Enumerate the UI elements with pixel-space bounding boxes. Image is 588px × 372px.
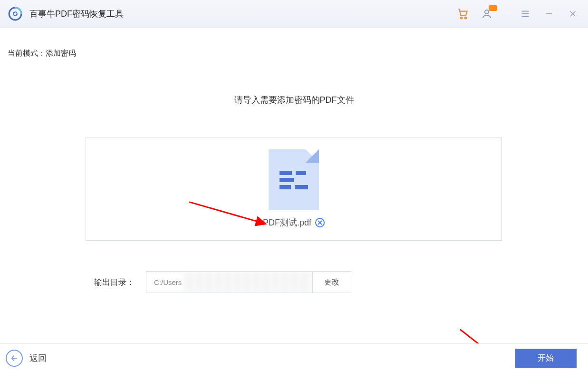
account-icon[interactable] [480, 7, 493, 20]
redacted-path-mask [183, 272, 312, 293]
mode-label: 当前模式： [8, 49, 46, 57]
minimize-icon[interactable] [542, 7, 556, 20]
remove-file-button[interactable] [315, 218, 325, 227]
import-instruction: 请导入需要添加密码的PDF文件 [0, 94, 588, 106]
file-drop-zone[interactable]: PDF测试.pdf [86, 137, 502, 241]
output-path-field[interactable]: C:/Users [146, 272, 313, 293]
app-logo-icon [8, 6, 23, 21]
output-label: 输出目录： [94, 277, 135, 288]
titlebar-actions [456, 7, 579, 20]
output-path-box: C:/Users 更改 [146, 271, 351, 293]
output-directory-row: 输出目录： C:/Users 更改 [94, 271, 351, 293]
selected-file-name: PDF测试.pdf [263, 217, 311, 228]
app-title: 百事牛PDF密码恢复工具 [29, 8, 124, 20]
file-name-row: PDF测试.pdf [263, 217, 325, 228]
bottom-bar: 返回 开始 [0, 343, 588, 372]
svg-point-4 [465, 17, 466, 18]
svg-point-5 [485, 10, 489, 14]
back-arrow-icon [6, 350, 23, 367]
main-area: 当前模式：添加密码 请导入需要添加密码的PDF文件 PDF测试.pdf 输出目录… [0, 28, 588, 343]
output-path-value: C:/Users [154, 278, 182, 286]
change-output-button[interactable]: 更改 [313, 272, 351, 293]
svg-point-3 [461, 17, 462, 18]
titlebar: 百事牛PDF密码恢复工具 [0, 0, 588, 28]
back-label: 返回 [29, 352, 47, 364]
pdf-file-icon [269, 149, 319, 210]
start-button[interactable]: 开始 [515, 349, 577, 368]
current-mode: 当前模式：添加密码 [8, 49, 76, 59]
close-icon[interactable] [566, 7, 579, 20]
mode-value: 添加密码 [46, 49, 76, 57]
cart-icon[interactable] [456, 7, 470, 20]
menu-icon[interactable] [519, 7, 532, 20]
titlebar-divider [506, 8, 506, 20]
back-button[interactable]: 返回 [6, 350, 47, 367]
vip-badge-icon [489, 5, 497, 11]
